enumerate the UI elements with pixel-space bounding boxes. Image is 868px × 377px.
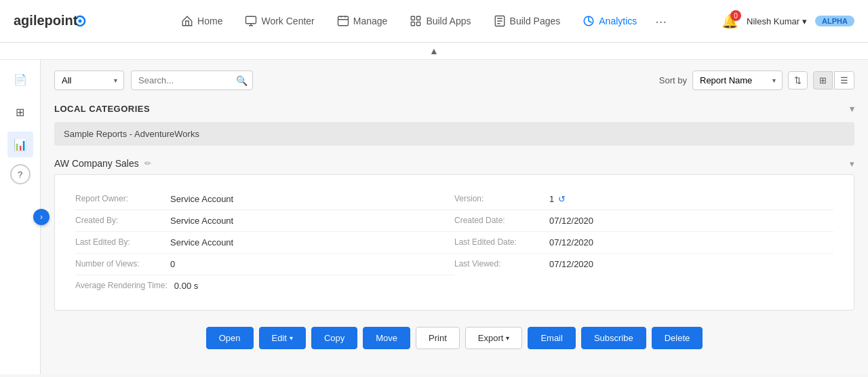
local-categories-header: LOCAL CATEGORIES ▾ xyxy=(54,100,854,118)
avg-rendering-label: Average Rendering Time: xyxy=(75,281,167,290)
detail-last-edited-date: Last Edited Date: 07/12/2020 xyxy=(454,232,833,254)
nav-more[interactable]: ··· xyxy=(650,8,672,35)
detail-col-right: Version: 1 ↺ Created Date: 07/12/2020 La… xyxy=(454,188,833,296)
notification-bell[interactable]: 🔔 0 xyxy=(722,13,738,29)
category-group-name: Sample Reports - AdventureWorks xyxy=(64,129,199,139)
detail-created-date: Created Date: 07/12/2020 xyxy=(454,210,833,232)
last-edited-by-label: Last Edited By: xyxy=(75,237,163,247)
detail-col-left: Report Owner: Service Account Created By… xyxy=(75,188,454,296)
report-owner-value: Service Account xyxy=(170,194,233,204)
search-wrap: 🔍 xyxy=(131,71,253,90)
filter-select[interactable]: All My Reports Shared xyxy=(54,71,124,90)
sidebar-grid-icon[interactable]: ⊞ xyxy=(7,99,33,125)
detail-report-owner: Report Owner: Service Account xyxy=(75,188,454,210)
collapse-up-icon[interactable]: ▲ xyxy=(429,45,439,56)
view-list-button[interactable]: ☰ xyxy=(834,71,854,90)
move-button[interactable]: Move xyxy=(363,327,410,349)
nav-right: 🔔 0 Nilesh Kumar ▾ ALPHA xyxy=(722,13,854,29)
view-grid-button[interactable]: ⊞ xyxy=(813,71,833,90)
svg-rect-4 xyxy=(338,16,348,26)
created-date-label: Created Date: xyxy=(454,216,542,225)
alpha-badge: ALPHA xyxy=(815,16,854,26)
nav-manage[interactable]: Manage xyxy=(328,9,397,33)
nav-links: Home Work Center Manage Build Apps Build… xyxy=(122,8,722,35)
nav-home[interactable]: Home xyxy=(172,9,232,33)
last-edited-by-value: Service Account xyxy=(170,237,233,247)
created-by-value: Service Account xyxy=(170,216,233,226)
logo: agilepoint xyxy=(14,9,102,33)
subscribe-button[interactable]: Subscribe xyxy=(581,327,646,349)
created-by-label: Created By: xyxy=(75,216,163,225)
print-button[interactable]: Print xyxy=(416,327,460,349)
sidebar-chart-icon[interactable]: 📊 xyxy=(7,132,33,157)
open-button[interactable]: Open xyxy=(206,327,254,349)
nav-analytics[interactable]: Analytics xyxy=(573,9,646,33)
svg-text:agilepoint: agilepoint xyxy=(14,13,78,28)
search-icon[interactable]: 🔍 xyxy=(236,75,248,86)
report-owner-label: Report Owner: xyxy=(75,194,163,203)
export-arrow-icon: ▾ xyxy=(506,334,509,342)
sort-order-button[interactable]: ⇅ xyxy=(788,71,808,90)
svg-rect-5 xyxy=(412,16,415,20)
sort-select-wrap[interactable]: Report Name Created Date Last Edited Dat… xyxy=(692,71,783,90)
report-item: AW Company Sales ✏ ▾ Report Owner: Servi… xyxy=(54,153,854,353)
last-edited-date-label: Last Edited Date: xyxy=(454,237,542,247)
chevron-down-icon: ▾ xyxy=(802,16,807,26)
category-group-row: Sample Reports - AdventureWorks xyxy=(54,122,854,146)
sidebar-help-icon[interactable]: ? xyxy=(10,164,31,184)
report-header[interactable]: AW Company Sales ✏ ▾ xyxy=(54,153,854,174)
sidebar-doc-icon[interactable]: 📄 xyxy=(7,66,33,92)
report-details: Report Owner: Service Account Created By… xyxy=(75,188,833,296)
nav-work-center[interactable]: Work Center xyxy=(235,9,323,33)
user-name: Nilesh Kumar xyxy=(747,16,800,26)
toolbar: All My Reports Shared 🔍 Sort by Report N… xyxy=(54,71,854,90)
version-wrap: 1 ↺ xyxy=(549,194,566,204)
export-button[interactable]: Export ▾ xyxy=(465,327,523,349)
notification-badge: 0 xyxy=(730,10,741,21)
refresh-icon[interactable]: ↺ xyxy=(558,194,566,204)
sidebar-toggle-button[interactable]: › xyxy=(33,209,50,225)
version-value: 1 xyxy=(549,194,554,204)
svg-rect-7 xyxy=(412,22,415,26)
action-bar: Open Edit ▾ Copy Move Print Export ▾ Ema… xyxy=(54,317,854,353)
report-chevron-icon[interactable]: ▾ xyxy=(850,159,854,169)
detail-last-viewed: Last Viewed: 07/12/2020 xyxy=(454,254,833,275)
search-input[interactable] xyxy=(131,71,253,90)
svg-rect-6 xyxy=(417,16,420,20)
sort-select[interactable]: Report Name Created Date Last Edited Dat… xyxy=(692,71,783,90)
num-views-value: 0 xyxy=(170,259,175,269)
collapse-bar[interactable]: ▲ xyxy=(0,43,868,60)
nav-build-apps[interactable]: Build Apps xyxy=(400,9,480,33)
categories-chevron-icon[interactable]: ▾ xyxy=(850,104,855,114)
nav-build-pages[interactable]: Build Pages xyxy=(484,9,570,33)
detail-avg-rendering: Average Rendering Time: 0.00 s xyxy=(75,275,454,296)
last-viewed-label: Last Viewed: xyxy=(454,259,542,269)
sort-area: Sort by Report Name Created Date Last Ed… xyxy=(659,71,854,90)
delete-button[interactable]: Delete xyxy=(652,327,703,349)
edit-button[interactable]: Edit ▾ xyxy=(259,327,306,349)
detail-last-edited-by: Last Edited By: Service Account xyxy=(75,232,454,254)
svg-point-1 xyxy=(79,20,82,23)
report-title: AW Company Sales ✏ xyxy=(54,158,151,169)
detail-version: Version: 1 ↺ xyxy=(454,188,833,210)
report-card: Report Owner: Service Account Created By… xyxy=(54,174,854,311)
created-date-value: 07/12/2020 xyxy=(549,216,593,226)
edit-pencil-icon[interactable]: ✏ xyxy=(144,159,151,168)
view-toggle: ⊞ ☰ xyxy=(813,71,854,90)
email-button[interactable]: Email xyxy=(528,327,576,349)
edit-arrow-icon: ▾ xyxy=(290,334,293,342)
detail-num-views: Number of Views: 0 xyxy=(75,254,454,275)
version-label: Version: xyxy=(454,194,542,203)
avg-rendering-value: 0.00 s xyxy=(174,281,198,291)
svg-rect-8 xyxy=(417,22,420,26)
user-menu[interactable]: Nilesh Kumar ▾ xyxy=(747,16,807,26)
copy-button[interactable]: Copy xyxy=(311,327,357,349)
local-categories-title: LOCAL CATEGORIES xyxy=(54,104,150,114)
main-layout: 📄 ⊞ 📊 ? › All My Reports Shared 🔍 Sort b… xyxy=(0,60,868,374)
last-viewed-value: 07/12/2020 xyxy=(549,259,593,269)
last-edited-date-value: 07/12/2020 xyxy=(549,237,593,247)
detail-created-by: Created By: Service Account xyxy=(75,210,454,232)
filter-dropdown-wrap[interactable]: All My Reports Shared xyxy=(54,71,124,90)
sidebar: 📄 ⊞ 📊 ? › xyxy=(0,60,41,374)
sort-label: Sort by xyxy=(659,75,687,85)
